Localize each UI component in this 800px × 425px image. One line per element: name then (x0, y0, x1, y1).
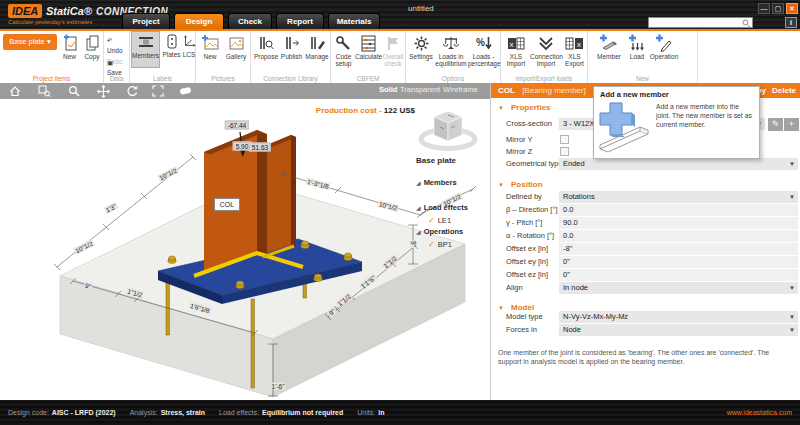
input-field[interactable]: 0.0 (559, 204, 798, 216)
collapse-icon[interactable]: ▼ (498, 305, 504, 311)
field-label: Offset ez [in] (506, 270, 548, 279)
add-operation-icon (649, 33, 679, 53)
check-icon[interactable]: ✓ (428, 240, 435, 249)
tooltip-title: Add a new member (600, 90, 669, 99)
close-button[interactable]: ✕ (786, 3, 798, 14)
ribbon-group-import-export: x XLS Import Connection Import x XLS Exp… (501, 31, 588, 83)
new-load-button[interactable]: Load (626, 33, 648, 60)
chevron-down-icon: ▼ (789, 282, 795, 294)
dimension-label: 1'1"6" (358, 273, 377, 290)
dimension-label: 1'6"1/8 (189, 302, 212, 315)
units-setting: Units:in (357, 409, 384, 416)
connection-import-icon (530, 33, 562, 53)
search-input[interactable] (648, 17, 753, 28)
cross-section-label: Cross-section (506, 119, 552, 128)
tree-group-members[interactable]: ◢Members (416, 171, 457, 189)
mirror-z-label: Mirror Z (506, 147, 532, 156)
field-label: Model type (506, 312, 543, 321)
connection-import-button[interactable]: Connection Import (530, 33, 562, 68)
dimension-label: 10"1/2 (73, 239, 95, 255)
dimension-label: 1"1/2 (126, 287, 144, 298)
field-label: Align (506, 283, 523, 292)
input-field[interactable]: 0.0 (559, 230, 798, 242)
tree-root-base-plate[interactable]: Base plate (416, 156, 456, 165)
dropdown-field[interactable]: Node▼ (559, 324, 798, 336)
field-label: β – Direction [°] (506, 205, 558, 214)
xls-export-icon: x (563, 33, 586, 53)
model-viewport[interactable]: 10"1/21'3"10"1/29"1"1/21'6"1/81'-3"1/810… (0, 99, 490, 400)
member-type: [Bearing member] (522, 86, 586, 95)
field-label: α - Rotation [°] (506, 231, 554, 240)
collapse-icon[interactable]: ▼ (498, 182, 504, 188)
geometrical-type-label: Geometrical type (506, 159, 563, 168)
dimension-label: 1'3" (104, 202, 119, 214)
field-label: Offset ey [in] (506, 257, 548, 266)
input-field[interactable]: -8" (559, 243, 798, 255)
dropdown-field[interactable]: Rotations▼ (559, 191, 798, 203)
dimension-label: 1'-6" (271, 383, 286, 390)
chevron-down-icon: ▼ (789, 158, 795, 170)
tooltip-body: Add a new member into the joint. The new… (656, 103, 754, 129)
svg-text:x: x (509, 39, 513, 48)
new-operation-button[interactable]: Operation (649, 33, 679, 60)
input-field[interactable]: 0" (559, 269, 798, 281)
edit-cross-section-button[interactable]: ✎ (768, 118, 783, 131)
bearing-member-note: One member of the joint is considered as… (498, 349, 778, 367)
maximize-button[interactable]: ▢ (772, 3, 784, 14)
minimize-button[interactable]: — (758, 3, 770, 14)
xls-export-button[interactable]: x XLS Export (563, 33, 586, 68)
ribbon-group-new: Member Load Operation New (588, 31, 698, 83)
add-cross-section-button[interactable]: + (784, 118, 799, 131)
delete-member-button[interactable]: Delete (772, 83, 796, 98)
input-field[interactable]: 0" (559, 256, 798, 268)
field-label: Offset ex [in] (506, 244, 548, 253)
expander-icon[interactable]: ◢ (416, 180, 421, 186)
add-member-plus-icon (598, 101, 656, 155)
section-properties: Properties (511, 103, 551, 112)
status-bar: Design code:AISC - LRFD (2022) Analysis:… (0, 400, 800, 425)
analysis-type: Analysis:Stress, strain (130, 409, 205, 416)
add-member-icon (594, 33, 624, 53)
load-effects-setting: Load effects:Equilibrium not required (219, 409, 343, 416)
chevron-down-icon: ▼ (789, 311, 795, 323)
collapse-icon[interactable]: ▼ (498, 105, 504, 111)
mirror-y-label: Mirror Y (506, 135, 533, 144)
dropdown-field[interactable]: N-Vy-Vz-Mx-My-Mz▼ (559, 311, 798, 323)
chevron-down-icon: ▼ (789, 324, 795, 336)
section-model: Model (511, 303, 534, 312)
xls-import-icon: x (503, 33, 529, 53)
input-field[interactable]: 90.0 (559, 217, 798, 229)
search-icon (742, 19, 751, 28)
expander-icon[interactable]: ◢ (416, 205, 421, 211)
geometrical-type-dropdown[interactable]: Ended▼ (559, 158, 798, 170)
dimension-label: 1"1/2 (381, 254, 399, 270)
dimension-label: 10"1/2 (377, 200, 399, 212)
add-member-tooltip: Add a new member Add a new member into t… (593, 86, 760, 159)
field-label: Forces in (506, 325, 537, 334)
tree-item-bp1[interactable]: ✓BP1 (428, 233, 452, 251)
new-member-button[interactable]: Member (594, 33, 624, 60)
section-position: Position (511, 180, 543, 189)
dimension-label: 9" (327, 307, 338, 317)
dropdown-field[interactable]: In node▼ (559, 282, 798, 294)
production-cost: Production cost - 122 US$ (280, 106, 415, 115)
dimension-label: 9" (83, 282, 93, 291)
add-load-icon (626, 33, 648, 53)
field-label: γ - Pitch [°] (506, 218, 542, 227)
chevron-down-icon: ▼ (789, 191, 795, 203)
expander-icon[interactable]: ◢ (416, 229, 421, 235)
load-value-label: -67.44 (225, 121, 249, 130)
website-link[interactable]: www.ideastatica.com (727, 409, 792, 416)
mirror-y-checkbox[interactable] (560, 135, 569, 144)
dimension-label: 1"1/2 (335, 292, 353, 308)
design-code: Design code:AISC - LRFD (2022) (8, 409, 116, 416)
member-name: COL (498, 86, 515, 95)
xls-import-button[interactable]: x XLS Import (503, 33, 529, 68)
mirror-z-checkbox[interactable] (560, 147, 569, 156)
column-label: COL (214, 198, 240, 211)
dimension-label: 1'-3"1/8 (306, 178, 331, 191)
dimension-label: 9" (410, 240, 417, 248)
load-value-label: 51.63 (249, 143, 271, 152)
dimension-label: 10"1/2 (157, 166, 179, 182)
info-button[interactable]: i (785, 17, 797, 28)
